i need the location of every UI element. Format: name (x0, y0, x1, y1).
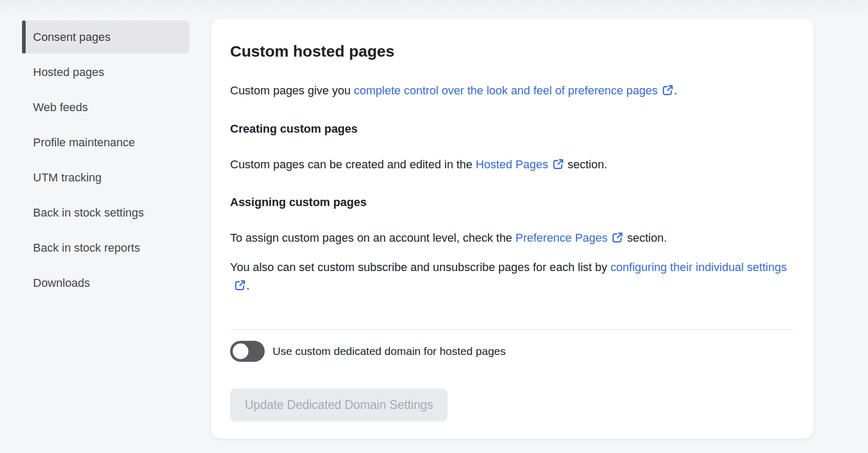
sidebar-item-label: Hosted pages (33, 66, 104, 79)
sidebar-item-back-in-stock-settings[interactable]: Back in stock settings (22, 196, 190, 229)
creating-text: Custom pages can be created and edited i… (230, 158, 475, 171)
hosted-pages-link[interactable]: Hosted Pages (475, 158, 564, 171)
sidebar-item-consent-pages[interactable]: Consent pages (22, 20, 190, 53)
sidebar-item-back-in-stock-reports[interactable]: Back in stock reports (22, 231, 190, 264)
preference-pages-control-link[interactable]: complete control over the look and feel … (354, 84, 674, 97)
section-divider (230, 329, 795, 330)
sidebar-item-label: Profile maintenance (33, 136, 135, 149)
sidebar-item-downloads[interactable]: Downloads (22, 266, 190, 299)
intro-text-end: . (674, 84, 677, 97)
list-settings-paragraph: You also can set custom subscribe and un… (230, 258, 795, 295)
sidebar-item-label: Back in stock settings (33, 206, 144, 220)
custom-domain-toggle[interactable] (230, 341, 265, 362)
assigning-custom-pages-heading: Assigning custom pages (230, 193, 795, 211)
settings-sidebar: Consent pages Hosted pages Web feeds Pro… (22, 20, 190, 301)
link-label: Preference Pages (515, 231, 607, 244)
external-link-icon (661, 84, 674, 96)
external-link-icon (611, 231, 624, 244)
list-settings-text-end: . (246, 279, 249, 292)
external-link-icon (234, 279, 246, 292)
assigning-text: To assign custom pages on an account lev… (230, 231, 515, 244)
toggle-knob (233, 343, 248, 359)
creating-custom-pages-heading: Creating custom pages (230, 120, 795, 138)
update-dedicated-domain-button[interactable]: Update Dedicated Domain Settings (230, 389, 448, 422)
sidebar-item-web-feeds[interactable]: Web feeds (22, 91, 190, 124)
assigning-text-end: section. (624, 231, 667, 244)
sidebar-item-hosted-pages[interactable]: Hosted pages (22, 56, 190, 89)
sidebar-item-label: Downloads (33, 276, 90, 290)
link-label: configuring their individual settings (611, 261, 787, 274)
intro-paragraph: Custom pages give you complete control o… (230, 81, 795, 100)
custom-hosted-pages-card: Custom hosted pages Custom pages give yo… (211, 19, 813, 439)
sidebar-item-label: Web feeds (33, 101, 88, 114)
settings-page: Consent pages Hosted pages Web feeds Pro… (0, 0, 868, 453)
preference-pages-link[interactable]: Preference Pages (515, 231, 624, 244)
intro-text: Custom pages give you (230, 84, 354, 97)
card-title: Custom hosted pages (230, 42, 795, 61)
link-label: Hosted Pages (475, 158, 548, 171)
sidebar-item-label: Consent pages (33, 30, 111, 44)
sidebar-item-profile-maintenance[interactable]: Profile maintenance (22, 126, 190, 159)
creating-paragraph: Custom pages can be created and edited i… (230, 155, 795, 174)
sidebar-item-utm-tracking[interactable]: UTM tracking (22, 161, 190, 194)
sidebar-item-label: UTM tracking (33, 171, 102, 185)
active-indicator-bar (22, 20, 26, 53)
custom-domain-toggle-label: Use custom dedicated domain for hosted p… (273, 345, 506, 358)
link-label: complete control over the look and feel … (354, 84, 658, 97)
custom-domain-toggle-row: Use custom dedicated domain for hosted p… (230, 341, 795, 362)
list-settings-text: You also can set custom subscribe and un… (230, 261, 611, 274)
external-link-icon (552, 158, 565, 170)
creating-text-end: section. (565, 158, 607, 171)
assigning-paragraph: To assign custom pages on an account lev… (230, 229, 795, 247)
sidebar-item-label: Back in stock reports (33, 241, 140, 255)
